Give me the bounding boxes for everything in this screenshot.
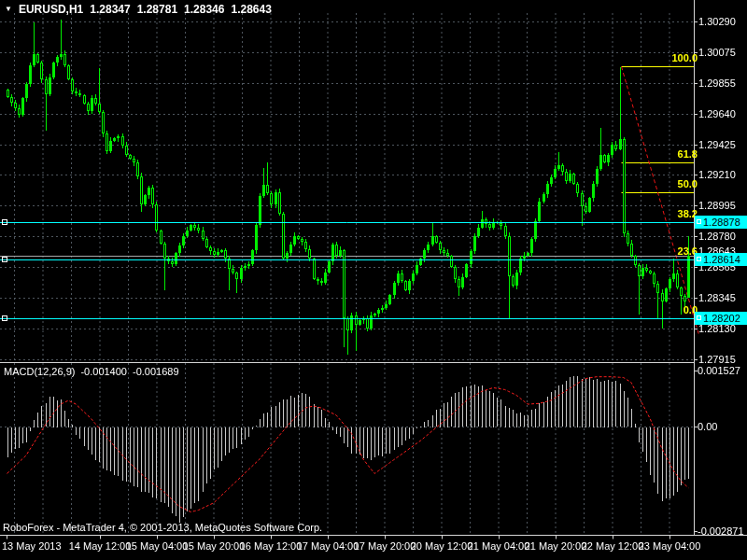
- fib-level-label[interactable]: 50.0: [678, 178, 698, 189]
- price-tick-label: 1.30290: [698, 16, 736, 28]
- macd-name: MACD(12,26,9): [4, 366, 75, 377]
- price-tick-label: 1.28780: [698, 231, 736, 243]
- macd-indicator-label: MACD(12,26,9)-0.001400-0.001689: [4, 366, 185, 377]
- fib-level-label[interactable]: 61.8: [678, 148, 698, 160]
- price-tick-label: 1.29640: [698, 108, 736, 120]
- price-tick-label: 1.29425: [698, 139, 736, 151]
- time-axis-label: 23 May 04:00: [639, 540, 701, 553]
- line-selection-marker[interactable]: [697, 219, 701, 224]
- time-axis-label: 20 May 12:00: [411, 540, 473, 553]
- price-tag: 1.28202: [695, 312, 747, 325]
- ohlc-close: 1.28643: [231, 3, 271, 16]
- time-axis-label: 14 May 12:00: [69, 540, 132, 553]
- time-axis-label: 21 May 20:00: [525, 540, 587, 553]
- macd-value-main: -0.001400: [80, 366, 127, 377]
- line-selection-marker[interactable]: [697, 315, 701, 320]
- time-axis-label: 16 May 12:00: [240, 540, 303, 553]
- macd-tick-label: -0.002871: [698, 525, 744, 538]
- macd-value-signal: -0.001689: [133, 366, 179, 377]
- price-tick-label: 1.28345: [698, 292, 736, 304]
- broker-copyright: RoboForex - MetaTrader 4, © 2001-2013, M…: [3, 522, 322, 533]
- price-tag: 1.28878: [695, 216, 747, 229]
- price-tick-label: 1.30075: [698, 47, 736, 59]
- macd-tick-label: 0.00: [698, 421, 717, 433]
- time-axis-label: 15 May 04:00: [126, 540, 189, 553]
- price-tick-label: 1.29210: [698, 169, 736, 181]
- time-axis-label: 21 May 04:00: [468, 540, 530, 553]
- price-tick-label: 1.28995: [698, 200, 736, 212]
- chart-title: ▼EURUSD,H11.283471.287811.283461.28643: [5, 3, 272, 16]
- time-axis-label: 22 May 12:00: [582, 540, 644, 553]
- line-selection-marker[interactable]: [697, 257, 701, 261]
- chart-canvas[interactable]: [0, 0, 747, 560]
- ohlc-low: 1.28346: [184, 3, 224, 16]
- time-axis-label: 15 May 20:00: [183, 540, 246, 553]
- time-axis-label: 13 May 2013: [2, 540, 62, 553]
- symbol-timeframe-label: EURUSD,H1: [19, 3, 83, 16]
- fib-level-label[interactable]: 100.0: [671, 52, 698, 63]
- ohlc-high: 1.28781: [137, 3, 177, 16]
- ohlc-open: 1.28347: [90, 3, 130, 16]
- macd-tick-label: 0.001527: [698, 365, 740, 377]
- time-axis-label: 17 May 04:00: [297, 540, 359, 553]
- metatrader-chart-window: ▼EURUSD,H11.283471.287811.283461.28643 M…: [0, 0, 747, 560]
- price-tag: 1.28614: [695, 253, 747, 266]
- price-tick-label: 1.29855: [698, 77, 736, 90]
- symbol-dropdown-icon[interactable]: ▼: [5, 5, 12, 13]
- time-axis-label: 17 May 20:00: [354, 540, 416, 553]
